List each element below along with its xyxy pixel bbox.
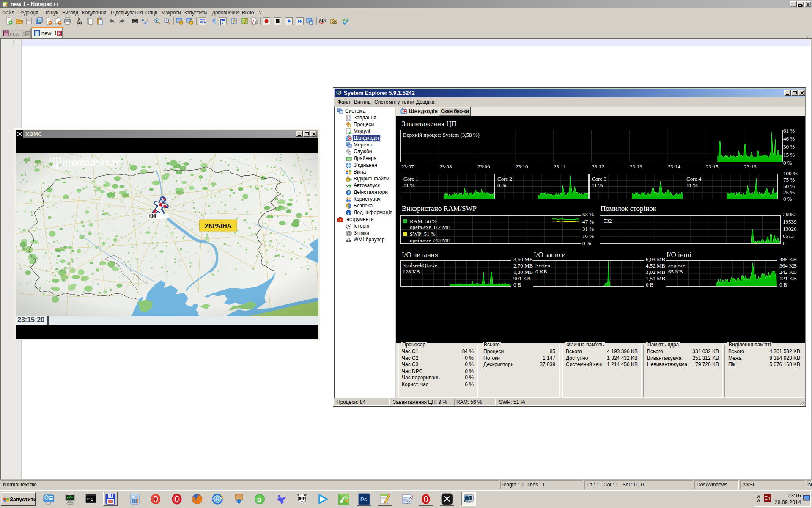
svg-text:µ: µ bbox=[257, 496, 261, 503]
svg-text:C:\: C:\ bbox=[87, 497, 93, 501]
svg-text:a: a bbox=[144, 20, 147, 25]
svg-text:Ps: Ps bbox=[360, 496, 367, 502]
svg-text:¶: ¶ bbox=[212, 18, 216, 25]
svg-text:0: 0 bbox=[135, 495, 137, 498]
svg-text:ABC: ABC bbox=[319, 18, 326, 22]
svg-text:s: s bbox=[346, 183, 348, 188]
svg-text:b: b bbox=[142, 18, 144, 22]
svg-text:i: i bbox=[348, 211, 349, 215]
svg-text:{}: {} bbox=[255, 20, 258, 24]
